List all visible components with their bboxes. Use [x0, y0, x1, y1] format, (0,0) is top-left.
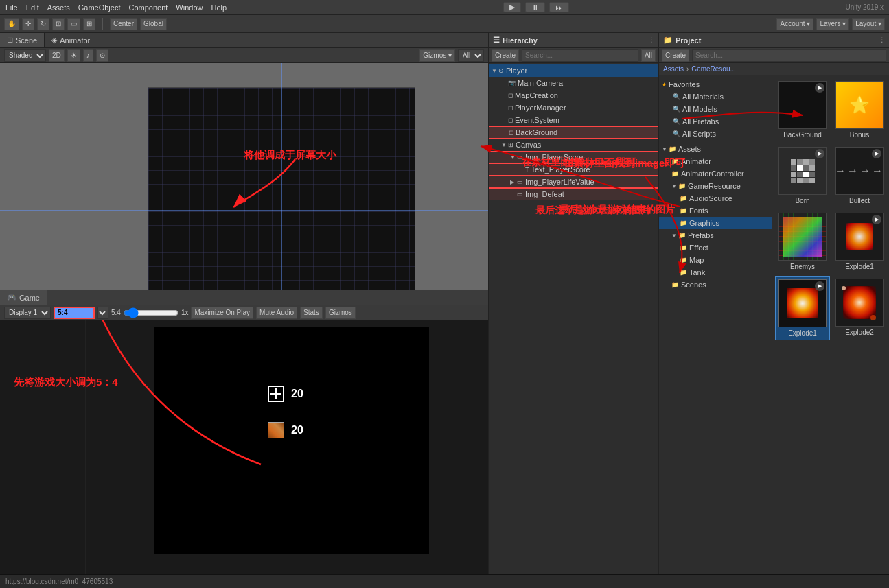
- menu-window[interactable]: Window: [176, 3, 203, 12]
- asset-explode1-a[interactable]: ▶ Explode1: [833, 210, 886, 273]
- asset-bonus-label: Bonus: [850, 131, 869, 139]
- hierarchy-item-imgscore[interactable]: ▼ ▭ Img_PlayerScore: [489, 151, 658, 163]
- scale-label: 5:4: [111, 309, 121, 316]
- scene-tab[interactable]: ⊞ Scene: [0, 33, 45, 47]
- folder-icon-eff: 📁: [680, 244, 687, 251]
- hierarchy-item-textscore[interactable]: T Text_PlayerScore: [489, 163, 658, 176]
- scale-tool[interactable]: ⊡: [52, 18, 65, 30]
- resolution-input[interactable]: [54, 307, 95, 319]
- asset-bullect[interactable]: →→→→ ▶ Bullect: [833, 144, 886, 207]
- maximize-btn[interactable]: Maximize On Play: [191, 307, 253, 319]
- hierarchy-item-canvas[interactable]: ▼ ⊞ Canvas: [489, 139, 658, 151]
- step-button[interactable]: ⏭: [549, 2, 569, 12]
- animator-tab-icon: ◈: [51, 36, 57, 45]
- search-icon-3: 🔍: [673, 118, 680, 125]
- lighting-btn[interactable]: ☀: [67, 49, 80, 62]
- folder-icon-gfx: 📁: [680, 220, 687, 226]
- hierarchy-item-background[interactable]: ◻ BackGround: [489, 126, 658, 139]
- menu-gameobject[interactable]: GameObject: [78, 3, 121, 12]
- gameobj-icon-1: ◻: [508, 92, 513, 99]
- layout-btn[interactable]: Layout ▾: [852, 18, 885, 30]
- hierarchy-search[interactable]: [522, 49, 638, 62]
- fav-scripts[interactable]: 🔍 All Scripts: [659, 128, 772, 140]
- tree-fonts[interactable]: 📁 Fonts: [659, 204, 772, 217]
- tree-tank[interactable]: 📁 Tank: [659, 266, 772, 279]
- asset-enemys[interactable]: Enemys: [775, 210, 830, 273]
- menu-assets[interactable]: Assets: [47, 3, 70, 12]
- account-btn[interactable]: Account ▾: [776, 18, 813, 30]
- tree-audiosource[interactable]: 📁 AudioSource: [659, 192, 772, 204]
- asset-born[interactable]: ▶ Born: [775, 144, 830, 207]
- folder-icon-as: 📁: [680, 195, 687, 202]
- display-select[interactable]: Display 1: [4, 307, 51, 319]
- favorites-header[interactable]: ★ Favorites: [659, 78, 772, 91]
- tree-animcontroller[interactable]: 📁 AnimatorController: [659, 167, 772, 180]
- effects-btn[interactable]: ⊙: [96, 49, 108, 62]
- asset-explode2-label: Explode2: [845, 329, 874, 336]
- menu-edit[interactable]: Edit: [26, 3, 39, 12]
- gizmos-btn[interactable]: Gizmos ▾: [419, 49, 455, 62]
- menu-help[interactable]: Help: [211, 3, 227, 12]
- game-tab[interactable]: 🎮 Game: [0, 290, 47, 305]
- asset-bonus[interactable]: ⭐ Bonus: [833, 78, 886, 141]
- breadcrumb-assets[interactable]: Assets: [663, 65, 684, 73]
- stats-btn[interactable]: Stats: [300, 307, 323, 319]
- assets-tree-header[interactable]: ▼ 📁 Assets: [659, 143, 772, 155]
- asset-enemys-label: Enemys: [790, 263, 815, 270]
- asset-explode1a-label: Explode1: [845, 263, 874, 270]
- hierarchy-item-imgdefeat[interactable]: ▭ Img_Defeat: [489, 188, 658, 200]
- center-toggle[interactable]: Center: [110, 18, 137, 30]
- menu-component[interactable]: Component: [128, 3, 168, 12]
- tree-prefabs[interactable]: ▼ 📁 Prefabs: [659, 229, 772, 242]
- hierarchy-item-eventsystem[interactable]: ◻ EventSystem: [489, 114, 658, 126]
- hand-tool[interactable]: ✋: [4, 18, 19, 30]
- play-button[interactable]: ▶: [503, 2, 521, 12]
- 2d-toggle[interactable]: 2D: [49, 49, 65, 62]
- fav-models[interactable]: 🔍 All Models: [659, 103, 772, 115]
- project-create-btn[interactable]: Create: [662, 49, 689, 62]
- hierarchy-create-btn[interactable]: Create: [492, 49, 519, 62]
- status-url: https://blog.csdn.net/m0_47605513: [5, 578, 113, 585]
- scale-slider[interactable]: [124, 309, 178, 317]
- hierarchy-all-btn[interactable]: All: [641, 49, 656, 62]
- hierarchy-item-mapcreation[interactable]: ◻ MapCreation: [489, 89, 658, 102]
- hierarchy-item-playermanager[interactable]: ◻ PlayerManager: [489, 102, 658, 114]
- asset-background[interactable]: ▶ BackGround: [775, 78, 830, 141]
- hierarchy-item-main-camera[interactable]: 📷 Main Camera: [489, 77, 658, 89]
- status-bar: https://blog.csdn.net/m0_47605513: [0, 574, 889, 588]
- scene-tab-icon: ⊞: [7, 36, 13, 45]
- layers-btn[interactable]: Layers ▾: [816, 18, 849, 30]
- fav-materials[interactable]: 🔍 All Materials: [659, 91, 772, 103]
- global-toggle[interactable]: Global: [140, 18, 167, 30]
- move-tool[interactable]: ✛: [22, 18, 34, 30]
- menu-file[interactable]: File: [5, 3, 18, 12]
- breadcrumb-gameresource[interactable]: GameResou...: [691, 65, 735, 73]
- hierarchy-player-item[interactable]: ▼ ⊙ Player: [489, 64, 658, 77]
- search-icon-2: 🔍: [673, 106, 680, 113]
- rotate-tool[interactable]: ↻: [37, 18, 49, 30]
- audio-btn[interactable]: ♪: [83, 49, 93, 62]
- rect-tool[interactable]: ▭: [67, 18, 80, 30]
- tank-icon: [268, 422, 284, 438]
- folder-icon-sc: 📁: [671, 281, 679, 288]
- tree-animator[interactable]: 📁 Animator: [659, 155, 772, 167]
- project-search[interactable]: [692, 49, 886, 62]
- tree-map[interactable]: 📁 Map: [659, 254, 772, 266]
- mute-btn[interactable]: Mute Audio: [256, 307, 297, 319]
- tree-graphics[interactable]: 📁 Graphics: [659, 217, 772, 229]
- transform-tool[interactable]: ⊞: [83, 18, 95, 30]
- resolution-select[interactable]: [97, 307, 108, 319]
- tree-effect[interactable]: 📁 Effect: [659, 242, 772, 254]
- gameobj-icon-bg: ◻: [509, 129, 513, 136]
- tree-scenes[interactable]: 📁 Scenes: [659, 279, 772, 291]
- shaded-select[interactable]: Shaded: [4, 49, 46, 62]
- asset-explode1-b[interactable]: ▶ Explode1: [775, 276, 830, 340]
- animator-tab[interactable]: ◈ Animator: [45, 33, 97, 47]
- all-select[interactable]: All: [458, 49, 484, 62]
- fav-prefabs[interactable]: 🔍 All Prefabs: [659, 115, 772, 128]
- game-gizmos-btn[interactable]: Gizmos: [325, 307, 356, 319]
- pause-button[interactable]: ⏸: [525, 2, 545, 12]
- asset-explode2[interactable]: Explode2: [833, 276, 886, 340]
- hierarchy-item-imglife[interactable]: ▶ ▭ Img_PlayerLifeValue: [489, 176, 658, 188]
- tree-gameresource[interactable]: ▼ 📁 GameResource: [659, 180, 772, 192]
